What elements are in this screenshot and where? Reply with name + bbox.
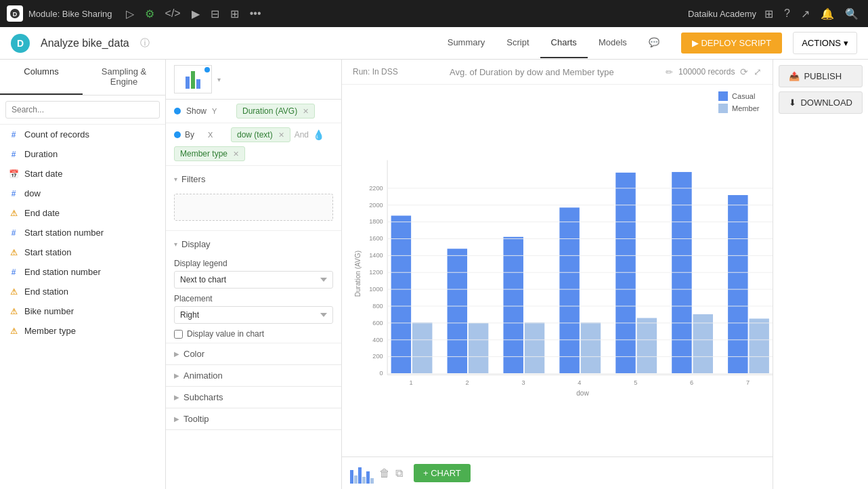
deploy-script-button[interactable]: ▶ DEPLOY SCRIPT bbox=[681, 33, 782, 54]
chart-icon[interactable]: ↗ bbox=[798, 5, 812, 23]
tab-charts[interactable]: Charts bbox=[540, 28, 588, 58]
svg-text:400: 400 bbox=[372, 337, 383, 343]
filter-drop-zone[interactable] bbox=[174, 194, 333, 221]
delete-chart-icon[interactable]: 🗑 bbox=[379, 467, 390, 480]
display-header[interactable]: ▾ Display bbox=[174, 235, 333, 253]
bar-member-1 bbox=[412, 322, 432, 374]
chart-type-chevron-icon[interactable]: ▾ bbox=[217, 76, 221, 83]
y-axis-config: Show Y Duration (AVG) ✕ bbox=[166, 100, 341, 123]
legend-item-member: Member bbox=[718, 104, 759, 113]
sidebar-tab-columns[interactable]: Columns bbox=[0, 60, 83, 95]
animation-label: Animation bbox=[183, 370, 223, 381]
legend-select[interactable]: Next to chart Above chart Below chart Hi… bbox=[174, 271, 333, 289]
tab-discuss[interactable]: 💬 bbox=[638, 28, 670, 58]
display-section: ▾ Display Display legend Next to chart A… bbox=[166, 231, 341, 343]
help-icon[interactable]: ? bbox=[781, 5, 793, 22]
show-label: Show bbox=[186, 106, 207, 116]
settings-icon[interactable]: ⚙ bbox=[142, 5, 157, 23]
tab-summary[interactable]: Summary bbox=[437, 28, 496, 58]
play-icon[interactable]: ▶ bbox=[189, 5, 202, 23]
color-section[interactable]: ▶ Color bbox=[166, 343, 341, 365]
duplicate-chart-icon[interactable]: ⧉ bbox=[395, 467, 403, 480]
list-item[interactable]: ⚠ End date bbox=[0, 203, 165, 223]
list-item[interactable]: # Duration bbox=[0, 144, 165, 164]
remove-color-axis-icon[interactable]: ✕ bbox=[233, 150, 239, 158]
list-item[interactable]: ⚠ Start station bbox=[0, 242, 165, 262]
add-chart-button[interactable]: + CHART bbox=[414, 464, 471, 482]
download-button[interactable]: ⬇ DOWNLOAD bbox=[779, 91, 863, 114]
list-item[interactable]: # Start station number bbox=[0, 223, 165, 242]
expand-icon[interactable]: ⤢ bbox=[754, 66, 762, 77]
filters-label: Filters bbox=[181, 174, 205, 184]
list-item[interactable]: ⚠ Member type bbox=[0, 321, 165, 341]
column-name: End station number bbox=[24, 267, 101, 277]
display-chevron-icon: ▾ bbox=[174, 240, 177, 248]
remove-y-axis-icon[interactable]: ✕ bbox=[303, 107, 309, 116]
column-name: Start date bbox=[24, 169, 62, 179]
bar-member-3 bbox=[525, 322, 544, 374]
tooltip-section[interactable]: ▶ Tooltip bbox=[166, 408, 341, 430]
apps-icon[interactable]: ⊞ bbox=[762, 5, 776, 23]
search-input[interactable] bbox=[5, 101, 160, 119]
chart-header: Run: In DSS Avg. of Duration by dow and … bbox=[342, 60, 773, 85]
more-icon[interactable]: ••• bbox=[247, 5, 264, 22]
grid-icon[interactable]: ⊞ bbox=[227, 5, 242, 23]
list-item[interactable]: # End station number bbox=[0, 262, 165, 282]
bar-casual-5 bbox=[615, 173, 635, 374]
tab-script[interactable]: Script bbox=[496, 28, 540, 58]
print-icon[interactable]: ⊟ bbox=[208, 5, 222, 23]
y-label: Y bbox=[212, 107, 231, 115]
legend-label-casual: Casual bbox=[732, 92, 755, 100]
subcharts-section[interactable]: ▶ Subcharts bbox=[166, 387, 341, 408]
actions-button[interactable]: ACTIONS ▾ bbox=[793, 32, 857, 54]
tab-models[interactable]: Models bbox=[588, 28, 638, 58]
main-layout: Columns Sampling & Engine # Count of rec… bbox=[0, 60, 868, 489]
display-value-checkbox[interactable] bbox=[174, 330, 183, 339]
y-axis-value: Duration (AVG) bbox=[242, 106, 297, 116]
publish-button[interactable]: 📤 PUBLISH bbox=[779, 65, 863, 87]
filters-header[interactable]: ▾ Filters bbox=[174, 170, 333, 188]
code-icon[interactable]: </> bbox=[162, 5, 183, 22]
column-name: dow bbox=[24, 188, 41, 198]
display-value-row: Display value in chart bbox=[174, 329, 333, 339]
list-item[interactable]: ⚠ End station bbox=[0, 282, 165, 301]
forward-icon[interactable]: ▷ bbox=[123, 5, 137, 23]
sidebar-tab-sampling[interactable]: Sampling & Engine bbox=[83, 60, 165, 95]
search-icon[interactable]: 🔍 bbox=[842, 5, 861, 23]
color-axis-chip[interactable]: Member type ✕ bbox=[174, 146, 245, 161]
y-axis-chip[interactable]: Duration (AVG) ✕ bbox=[236, 104, 315, 119]
right-actions: 📤 PUBLISH ⬇ DOWNLOAD bbox=[773, 60, 868, 489]
notifications-icon[interactable]: 🔔 bbox=[818, 5, 837, 23]
chart-thumbnail[interactable] bbox=[350, 463, 374, 484]
refresh-icon[interactable]: ⟳ bbox=[740, 66, 748, 77]
svg-text:1000: 1000 bbox=[369, 286, 383, 293]
chart-type-thumb[interactable] bbox=[174, 65, 212, 93]
svg-text:1: 1 bbox=[410, 379, 413, 386]
download-label: DOWNLOAD bbox=[800, 98, 852, 108]
placement-select[interactable]: Right Left Center bbox=[174, 306, 333, 324]
module-title: Module: Bike Sharing bbox=[28, 9, 112, 19]
bar-member-4 bbox=[581, 322, 601, 374]
bar-casual-4 bbox=[559, 207, 579, 373]
list-item[interactable]: ⚠ Bike number bbox=[0, 301, 165, 321]
column-name: Start station number bbox=[24, 228, 104, 238]
tooltip-label: Tooltip bbox=[183, 414, 209, 424]
run-label: Run: In DSS bbox=[353, 67, 398, 77]
list-item[interactable]: # Count of records bbox=[0, 125, 165, 144]
remove-x-axis-icon[interactable]: ✕ bbox=[278, 131, 284, 140]
x-axis-chip[interactable]: dow (text) ✕ bbox=[231, 127, 290, 142]
list-item[interactable]: # dow bbox=[0, 184, 165, 203]
svg-text:1800: 1800 bbox=[369, 218, 383, 225]
bar-member-5 bbox=[637, 318, 657, 374]
subcharts-label: Subcharts bbox=[183, 392, 223, 402]
chart-and-right: Run: In DSS Avg. of Duration by dow and … bbox=[342, 60, 868, 489]
list-item[interactable]: 📅 Start date bbox=[0, 164, 165, 184]
svg-text:200: 200 bbox=[372, 353, 383, 360]
edit-icon[interactable]: ✏ bbox=[666, 67, 673, 77]
warn-icon: ⚠ bbox=[8, 248, 19, 257]
column-name: Duration bbox=[24, 149, 58, 159]
animation-section[interactable]: ▶ Animation bbox=[166, 365, 341, 387]
svg-text:2000: 2000 bbox=[369, 202, 383, 209]
svg-text:3: 3 bbox=[521, 379, 525, 386]
tooltip-chevron-icon: ▶ bbox=[174, 415, 179, 423]
